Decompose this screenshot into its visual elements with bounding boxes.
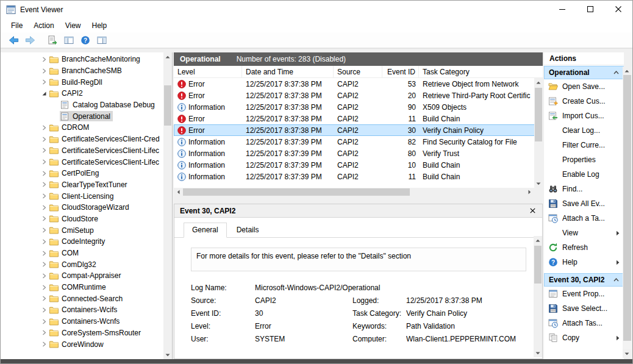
- minimize-button[interactable]: [548, 1, 576, 19]
- action-properties[interactable]: Properties: [544, 152, 624, 167]
- tree-expander-icon[interactable]: [39, 237, 49, 246]
- menu-item-file[interactable]: File: [5, 20, 28, 32]
- menu-item-view[interactable]: View: [60, 20, 87, 32]
- tree-item-com[interactable]: COM: [1, 248, 163, 259]
- action-open-save[interactable]: Open Save...: [544, 79, 624, 94]
- action-group-event-30-capi2[interactable]: Event 30, CAPI2: [544, 273, 624, 287]
- tree-item-comdlg32[interactable]: ComDlg32: [1, 259, 163, 270]
- tree-item-codeintegrity[interactable]: CodeIntegrity: [1, 236, 163, 248]
- event-row[interactable]: Error12/25/2017 8:37:38 PMCAPI211Build C…: [174, 113, 543, 124]
- tree-item-certificateservicesclient-lifec[interactable]: CertificateServicesClient-Lifec: [1, 145, 163, 157]
- toolbar-action-pane-button[interactable]: [95, 34, 109, 47]
- maximize-button[interactable]: [576, 1, 604, 19]
- actions-scrollbar[interactable]: [623, 66, 632, 358]
- menu-item-help[interactable]: Help: [87, 20, 113, 32]
- tree-expander-icon[interactable]: [39, 77, 49, 87]
- tab-details[interactable]: Details: [228, 223, 268, 237]
- tree-expander-icon[interactable]: [39, 168, 49, 178]
- collapse-icon[interactable]: [613, 71, 619, 74]
- scroll-down-button[interactable]: [623, 349, 631, 358]
- tree-item-branchcachesmb[interactable]: BranchCacheSMB: [1, 65, 163, 77]
- toolbar-back-button[interactable]: [6, 34, 21, 47]
- column-header-level[interactable]: Level: [174, 66, 242, 77]
- tree-expander-icon[interactable]: [39, 248, 49, 258]
- tree-item-cmisetup[interactable]: CmiSetup: [1, 224, 163, 236]
- tree-expander-icon[interactable]: [39, 88, 49, 98]
- event-row[interactable]: Information12/25/2017 8:37:39 PMCAPI210B…: [174, 159, 543, 171]
- event-list-hscrollbar[interactable]: [174, 188, 534, 196]
- event-row[interactable]: Information12/25/2017 8:37:38 PMCAPI290X…: [174, 101, 543, 113]
- tree-scrollbar[interactable]: [163, 52, 172, 359]
- tree-expander-icon[interactable]: [39, 271, 49, 280]
- action-copy[interactable]: Copy: [544, 330, 624, 345]
- tree-item-coresystem-smsrouter[interactable]: CoreSystem-SmsRouter: [1, 327, 163, 339]
- action-event-prop[interactable]: Event Prop...: [544, 287, 624, 301]
- tree-expander-icon[interactable]: [39, 260, 49, 269]
- tree-item-comruntime[interactable]: COMRuntime: [1, 282, 163, 293]
- tree-item-certificateservicesclient-lifec[interactable]: CertificateServicesClient-Lifec: [1, 156, 163, 168]
- event-row[interactable]: Error12/25/2017 8:37:38 PMCAPI230Verify …: [174, 124, 543, 136]
- action-group-operational[interactable]: Operational: [544, 66, 624, 79]
- action-save-select[interactable]: Save Select...: [544, 301, 624, 316]
- tree-item-client-licensing[interactable]: Client-Licensing: [1, 190, 163, 202]
- tree-expander-icon[interactable]: [39, 305, 49, 315]
- action-attach-tas[interactable]: Attach Tas...: [544, 316, 624, 330]
- close-button[interactable]: [604, 1, 632, 19]
- tree-item-operational[interactable]: Operational: [1, 110, 163, 122]
- tree-expander-icon[interactable]: [39, 134, 49, 144]
- tree-expander-icon[interactable]: [39, 328, 49, 338]
- column-header-event-id[interactable]: Event ID: [382, 66, 419, 77]
- collapse-icon[interactable]: [613, 278, 619, 282]
- tree-expander-icon[interactable]: [39, 282, 49, 292]
- tree-item-build-regdll[interactable]: Build-RegDll: [1, 76, 163, 88]
- tab-general[interactable]: General: [184, 223, 227, 238]
- action-refresh[interactable]: Refresh: [544, 240, 624, 255]
- tree-item-containers-wcnfs[interactable]: Containers-Wcnfs: [1, 316, 163, 327]
- scroll-up-button[interactable]: [623, 66, 631, 75]
- tree-expander-icon[interactable]: [39, 157, 49, 167]
- toolbar-help-button[interactable]: ?: [78, 34, 93, 47]
- tree-expander-icon[interactable]: [39, 316, 49, 326]
- column-header-source[interactable]: Source: [334, 66, 382, 77]
- tree-expander-icon[interactable]: [39, 202, 49, 212]
- tree-item-catalog-database-debug[interactable]: Catalog Database Debug: [1, 99, 163, 111]
- tree-item-containers-wcifs[interactable]: Containers-Wcifs: [1, 304, 163, 316]
- tree-scroll-thumb[interactable]: [164, 85, 171, 126]
- event-list-hscroll-thumb[interactable]: [183, 188, 410, 196]
- tree-expander-icon[interactable]: [39, 54, 49, 64]
- tree-expander-icon[interactable]: [39, 214, 49, 224]
- tree-item-cloudstore[interactable]: CloudStore: [1, 213, 163, 225]
- menu-item-action[interactable]: Action: [28, 20, 59, 32]
- action-find[interactable]: Find...: [544, 182, 624, 196]
- toolbar-export-button[interactable]: [45, 34, 60, 47]
- toolbar-console-tree-button[interactable]: [62, 34, 76, 47]
- tree-item-cleartypetexttuner[interactable]: ClearTypeTextTuner: [1, 179, 163, 191]
- tree-expander-icon[interactable]: [39, 340, 49, 349]
- preview-scrollbar[interactable]: [534, 236, 542, 357]
- action-save-all-ev[interactable]: Save All Ev...: [544, 196, 624, 211]
- action-attach-a-ta[interactable]: Attach a Ta...: [544, 211, 624, 226]
- tree-expander-icon[interactable]: [39, 226, 49, 235]
- action-filter-curre[interactable]: Filter Curre...: [544, 138, 624, 152]
- event-row[interactable]: Information12/25/2017 8:37:39 PMCAPI282F…: [174, 136, 543, 148]
- scroll-up-button[interactable]: [163, 52, 172, 61]
- tree-expander-icon[interactable]: [39, 123, 49, 132]
- tree-item-certificateservicesclient-cred[interactable]: CertificateServicesClient-Cred: [1, 134, 163, 145]
- tree-item-connected-search[interactable]: Connected-Search: [1, 293, 163, 304]
- tree-expander-icon[interactable]: [39, 180, 49, 190]
- action-enable-log[interactable]: Enable Log: [544, 167, 624, 182]
- tree-expander-icon[interactable]: [39, 294, 49, 304]
- column-header-task-category[interactable]: Task Category: [419, 66, 534, 77]
- event-row[interactable]: Information12/25/2017 8:37:39 PMCAPI211B…: [174, 171, 543, 182]
- event-row[interactable]: Error12/25/2017 8:37:38 PMCAPI220Retriev…: [174, 90, 543, 101]
- event-list-scroll-thumb[interactable]: [535, 88, 542, 141]
- action-help[interactable]: ?Help: [544, 255, 624, 269]
- scroll-up-button[interactable]: [534, 78, 543, 87]
- toolbar-forward-button[interactable]: [23, 34, 37, 47]
- scroll-left-button[interactable]: [174, 188, 182, 196]
- preview-close-button[interactable]: [528, 206, 537, 216]
- tree-item-corewindow[interactable]: CoreWindow: [1, 338, 163, 350]
- action-import-cus[interactable]: Import Cus...: [544, 109, 624, 123]
- tree-item-certpoleng[interactable]: CertPolEng: [1, 168, 163, 179]
- action-create-cus[interactable]: Create Cus...: [544, 94, 624, 109]
